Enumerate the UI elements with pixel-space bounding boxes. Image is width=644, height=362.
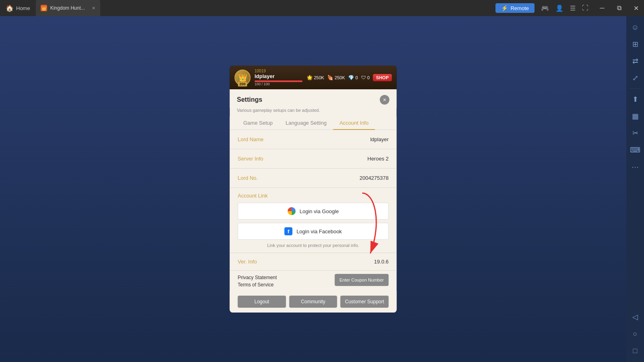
bottom-buttons: Logout Community Customer Support [230,291,397,313]
lord-name-row: Lord Name ldplayer [230,130,397,149]
settings-header: Settings × [230,89,397,108]
remote-button[interactable]: ⚡ Remote [495,3,535,13]
menu-icon[interactable]: ☰ [568,3,578,14]
sidebar-chart-icon[interactable]: ▦ [628,109,642,123]
ver-info-label: Ver. Info [238,259,257,265]
account-link-title: Account Link [238,193,389,199]
facebook-icon: f [285,227,293,235]
game-area: 👑 200 10019 ldplayer 100 / 100 🌟 250K 🍖 … [0,16,626,362]
level-badge: 200 [238,82,247,86]
sidebar-circle-icon[interactable]: ○ [628,327,642,341]
window-controls: ─ ⧉ ✕ [594,0,644,16]
gamepad-icon[interactable]: 🎮 [539,3,551,14]
sidebar-upload-icon[interactable]: ⬆ [628,92,642,107]
shop-button[interactable]: SHOP [373,74,392,81]
settings-subtitle: Various gameplay setups can be adjusted. [230,108,397,117]
gem-value: 0 [355,75,358,80]
fullscreen-icon[interactable]: ⛶ [580,3,591,13]
link-note: Link your account to protect your person… [238,243,389,248]
restore-button[interactable]: ⧉ [611,0,627,16]
home-tab[interactable]: 🏠 Home [0,0,36,16]
google-icon [287,207,295,215]
login-facebook-button[interactable]: f Login via Facebook [238,223,389,240]
server-info-value: Heroes 2 [367,156,389,162]
gem-icon: 💎 [348,75,354,80]
sidebar-back-icon[interactable]: ◁ [628,310,642,324]
logout-button[interactable]: Logout [238,296,286,308]
resources: 🌟 250K 🍖 250K 💎 0 🛡 0 SHOP [307,74,392,81]
remote-label: Remote [510,5,529,11]
home-label: Home [16,5,30,11]
login-google-button[interactable]: Login via Google [238,203,389,220]
lord-no-row: Lord No. 2004275378 [230,169,397,188]
hp-fill [255,80,303,82]
account-circle-icon[interactable]: 👤 [553,3,566,14]
hp-text: 100 / 100 [255,82,303,86]
home-icon: 🏠 [6,4,14,12]
game-tab[interactable]: 👑 Kingdom Hunt... × [36,0,100,16]
game-header: 👑 200 10019 ldplayer 100 / 100 🌟 250K 🍖 … [230,66,397,89]
community-button[interactable]: Community [289,296,337,308]
sidebar-keyboard-icon[interactable]: ⌨ [628,143,642,157]
ver-info-value: 19.0.6 [374,259,388,265]
sidebar-scissors-icon[interactable]: ✂ [628,126,642,140]
sidebar-face-icon[interactable]: ☺ [628,20,642,35]
settings-content: Lord Name ldplayer Server Info Heroes 2 … [230,130,397,313]
tab-language-setting[interactable]: Language Setting [279,117,333,130]
browser-chrome: 🏠 Home 👑 Kingdom Hunt... × ⚡ Remote 🎮 👤 … [0,0,644,16]
settings-modal: Settings × Various gameplay setups can b… [230,89,397,313]
google-btn-label: Login via Google [299,208,339,214]
tab-favicon: 👑 [41,5,47,11]
sidebar-divider [630,88,641,89]
legal-row: Privacy Statement Terms of Service Enter… [230,271,397,291]
sidebar-resize-icon[interactable]: ⤢ [628,71,642,85]
resource-shield: 🛡 0 [361,75,369,80]
food-value: 250K [334,75,345,80]
shield-value: 0 [367,75,369,80]
tab-game-setup[interactable]: Game Setup [237,117,279,130]
settings-close-button[interactable]: × [380,95,390,105]
facebook-btn-label: Login via Facebook [297,228,342,234]
account-link-section: Account Link Login via Google f Login vi… [230,188,397,253]
tab-close-button[interactable]: × [92,5,95,11]
sidebar-sync-icon[interactable]: ⇄ [628,54,642,68]
player-level: 10019 [255,69,303,73]
lord-name-label: Lord Name [238,136,264,142]
sidebar-more-icon[interactable]: ⋯ [628,160,642,174]
resource-gold: 🌟 250K [307,75,324,80]
shield-icon: 🛡 [361,75,366,80]
settings-title: Settings [237,96,262,103]
gold-icon: 🌟 [307,75,313,80]
ver-info-row: Ver. Info 19.0.6 [230,253,397,271]
right-sidebar: ☺ ⊞ ⇄ ⤢ ⬆ ▦ ✂ ⌨ ⋯ ◁ ○ □ [626,16,644,362]
player-hp-bar [255,80,303,82]
lord-name-value: ldplayer [370,136,389,142]
player-info: 10019 ldplayer 100 / 100 [255,69,303,86]
minimize-button[interactable]: ─ [594,0,610,16]
server-info-row: Server Info Heroes 2 [230,149,397,169]
tab-account-info[interactable]: Account Info [333,117,375,130]
lord-no-value: 2004275378 [359,175,388,181]
lord-no-label: Lord No. [238,175,258,181]
food-icon: 🍖 [327,75,333,80]
settings-tabs: Game Setup Language Setting Account Info [230,117,397,130]
player-name: ldplayer [255,73,303,79]
coupon-button[interactable]: Enter Coupon Number [334,274,388,286]
sidebar-grid-icon[interactable]: ⊞ [628,37,642,51]
customer-support-button[interactable]: Customer Support [341,296,389,308]
browser-controls: 🎮 👤 ☰ ⛶ [539,3,591,14]
game-window: 👑 200 10019 ldplayer 100 / 100 🌟 250K 🍖 … [230,66,397,313]
close-button[interactable]: ✕ [628,0,644,16]
tab-label: Kingdom Hunt... [50,5,85,11]
lightning-icon: ⚡ [501,5,508,11]
gold-value: 250K [314,75,324,80]
sidebar-square-icon[interactable]: □ [628,343,642,358]
resource-food: 🍖 250K [327,75,345,80]
resource-gems: 💎 0 [348,75,358,80]
server-info-label: Server Info [238,156,264,162]
